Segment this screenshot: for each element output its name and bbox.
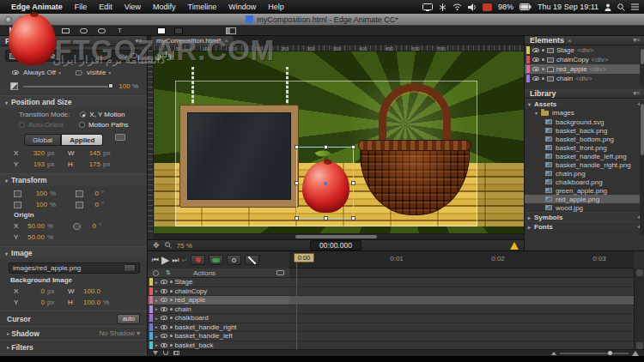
go-to-end-button[interactable]: ⏭: [172, 256, 179, 265]
lock-dot-icon[interactable]: [542, 49, 544, 51]
foreground-color-chip[interactable]: [157, 27, 166, 34]
bg-x-value[interactable]: 0: [22, 287, 45, 295]
timeline-layer-row[interactable]: ▸ basket_handle_left: [148, 332, 289, 341]
h-value[interactable]: 175: [78, 160, 100, 168]
chalkboard[interactable]: [179, 105, 299, 208]
shadow-value[interactable]: No Shadow ▾: [99, 329, 140, 337]
radio-motion-paths-label[interactable]: Motion Paths: [88, 121, 129, 129]
stopwatch-icon[interactable]: [153, 270, 159, 276]
ellipse-tool[interactable]: [97, 27, 106, 34]
asset-file-row[interactable]: chain.png: [525, 169, 644, 178]
display-mode-dropdown[interactable]: Always Off▾: [23, 69, 61, 76]
lock-dot-icon[interactable]: [170, 344, 173, 347]
element-row[interactable]: chainCopy <div>: [525, 55, 644, 64]
lock-dot-icon[interactable]: [170, 299, 173, 301]
global-button[interactable]: Global: [24, 134, 61, 146]
asset-file-row[interactable]: red_apple.png: [525, 195, 644, 203]
menu-clock[interactable]: Thu 19 Sep 19:11: [538, 3, 598, 11]
playhead-marker[interactable]: 0:00: [294, 253, 314, 262]
library-scrollbar[interactable]: [640, 100, 644, 236]
assets-section[interactable]: ▾Assets +: [525, 99, 644, 108]
lock-dot-icon[interactable]: [170, 308, 173, 311]
asset-file-row[interactable]: basket_front.png: [525, 143, 644, 152]
handle-nw[interactable]: [295, 145, 299, 149]
auto-transition-button[interactable]: [209, 255, 223, 265]
expand-icon[interactable]: ▸: [155, 316, 158, 321]
section-transform[interactable]: ▾Transform: [0, 173, 147, 186]
timeline-scrollbar[interactable]: [634, 268, 644, 350]
menu-app[interactable]: Edge Animate: [5, 3, 69, 11]
origin-x-value[interactable]: 50.00: [22, 222, 45, 230]
bg-y-value[interactable]: 0: [22, 299, 45, 306]
rotate-value[interactable]: 0: [84, 222, 96, 230]
scale-x-value[interactable]: 100: [25, 190, 47, 197]
timeline-ruler[interactable]: 0:010:020:03: [289, 251, 634, 268]
handle-e[interactable]: [351, 181, 355, 185]
spotlight-icon[interactable]: [617, 3, 625, 11]
layer-name[interactable]: red_apple: [175, 296, 206, 304]
rectangle-tool[interactable]: [61, 27, 70, 34]
text-tool[interactable]: T: [115, 27, 125, 34]
handle-s[interactable]: [324, 216, 328, 220]
w-value[interactable]: 145: [78, 149, 100, 157]
file-name[interactable]: chain.png: [556, 170, 586, 178]
eye-icon[interactable]: [161, 325, 167, 329]
handle-n[interactable]: [324, 145, 328, 149]
file-name[interactable]: basket_front.png: [556, 144, 607, 152]
section-filters[interactable]: ▸ Filters: [0, 340, 147, 353]
expand-icon[interactable]: ▸: [155, 298, 158, 303]
link-dimensions-icon[interactable]: [115, 134, 125, 141]
go-to-start-button[interactable]: ⏮: [152, 256, 159, 265]
input-language-badge[interactable]: [483, 3, 492, 11]
eye-icon[interactable]: [161, 298, 167, 302]
lock-dot-icon[interactable]: [542, 68, 544, 70]
lock-dot-icon[interactable]: [542, 58, 544, 61]
layer-name[interactable]: Stage: [175, 278, 193, 286]
eye-icon[interactable]: [161, 307, 167, 311]
stage-viewport[interactable]: [154, 51, 524, 233]
menu-timeline[interactable]: Timeline: [182, 3, 223, 11]
zoom-out-icon[interactable]: [551, 352, 556, 355]
y-value[interactable]: 193: [22, 160, 45, 168]
file-name[interactable]: background.svg: [556, 118, 604, 126]
play-button[interactable]: ▶: [161, 254, 169, 266]
menu-help[interactable]: Help: [262, 3, 290, 11]
element-name[interactable]: chainCopy: [556, 56, 589, 63]
handle-se[interactable]: [351, 216, 355, 220]
asset-file-row[interactable]: basket_bottom.png: [525, 135, 644, 143]
lock-dot-icon[interactable]: [170, 290, 173, 293]
basket-body[interactable]: [360, 145, 470, 215]
image-source-field[interactable]: images/red_apple.png: [9, 262, 140, 274]
asset-file-row[interactable]: basket_back.png: [525, 126, 644, 135]
timeline-layer-row[interactable]: ▸ chainCopy: [148, 287, 289, 297]
timeline-zoom-slider[interactable]: [560, 353, 629, 354]
asset-file-row[interactable]: basket_handle_left.png: [525, 152, 644, 160]
zoom-icon[interactable]: [165, 242, 172, 249]
element-name[interactable]: chain: [556, 75, 573, 82]
expand-icon[interactable]: ▸: [155, 288, 158, 293]
background-color-chip[interactable]: [174, 27, 183, 34]
bluetooth-icon[interactable]: [439, 3, 447, 11]
element-name[interactable]: red_apple: [556, 65, 587, 73]
eye-icon[interactable]: [12, 70, 19, 75]
sort-icon[interactable]: ⇅: [166, 269, 171, 276]
element-name[interactable]: Stage: [556, 46, 574, 54]
expand-icon[interactable]: ▸: [155, 334, 158, 339]
library-panel-header[interactable]: Library ▾≡: [525, 89, 644, 99]
origin-y-value[interactable]: 50.00: [22, 233, 45, 241]
section-shadow[interactable]: ▸ Shadow No Shadow ▾: [0, 326, 147, 340]
element-row[interactable]: chain <div>: [525, 74, 644, 83]
playhead-line[interactable]: [296, 262, 297, 350]
eye-icon[interactable]: [161, 280, 167, 284]
image-browse-button[interactable]: [124, 264, 136, 272]
loop-icon[interactable]: ↩: [181, 256, 187, 264]
file-name[interactable]: basket_back.png: [556, 127, 608, 135]
warning-icon[interactable]: [510, 242, 519, 250]
workspace-layout-icon[interactable]: [226, 27, 236, 34]
transform-origin-dot[interactable]: [324, 182, 327, 185]
eye-icon[interactable]: [161, 334, 167, 338]
menu-view[interactable]: View: [118, 3, 147, 11]
stage-timecode[interactable]: 00:00.000: [310, 240, 361, 250]
eye-icon[interactable]: [532, 76, 539, 81]
eye-icon[interactable]: [532, 67, 539, 71]
